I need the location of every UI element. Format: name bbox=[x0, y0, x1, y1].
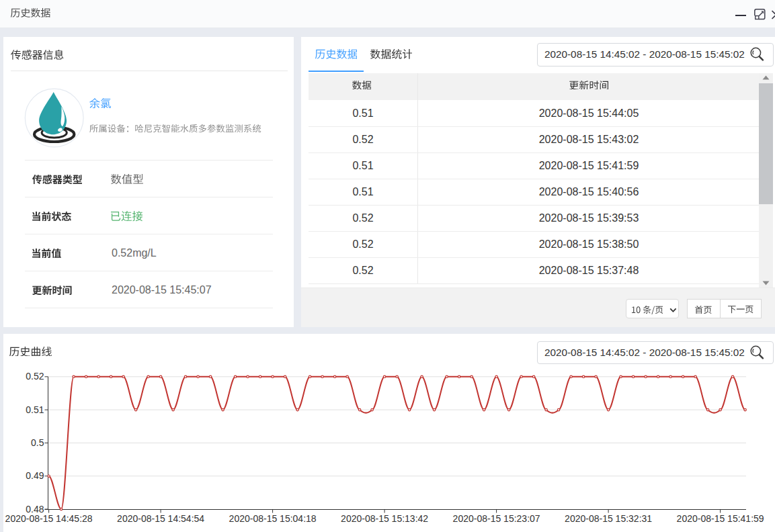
svg-text:2020-08-15 15:32:31: 2020-08-15 15:32:31 bbox=[565, 513, 652, 524]
svg-text:2020-08-15 15:41:59: 2020-08-15 15:41:59 bbox=[677, 513, 764, 524]
svg-text:2020-08-15 15:23:07: 2020-08-15 15:23:07 bbox=[453, 513, 540, 524]
svg-text:2020-08-15 14:45:28: 2020-08-15 14:45:28 bbox=[5, 513, 93, 524]
svg-text:2020-08-15 15:13:42: 2020-08-15 15:13:42 bbox=[341, 513, 428, 524]
svg-text:0.48: 0.48 bbox=[26, 504, 44, 515]
svg-text:0.49: 0.49 bbox=[26, 470, 44, 481]
svg-text:0.52: 0.52 bbox=[26, 371, 44, 382]
svg-text:2020-08-15 14:54:54: 2020-08-15 14:54:54 bbox=[117, 513, 204, 524]
svg-text:0.5: 0.5 bbox=[31, 437, 44, 448]
svg-text:2020-08-15 15:04:18: 2020-08-15 15:04:18 bbox=[229, 513, 317, 524]
svg-text:0.51: 0.51 bbox=[26, 404, 44, 415]
